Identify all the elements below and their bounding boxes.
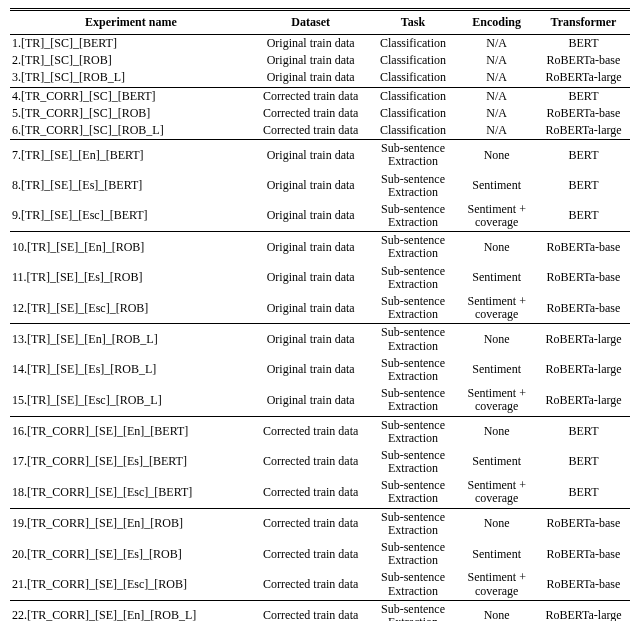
cell-dataset: Original train data: [252, 263, 370, 293]
cell-transformer: RoBERTa-base: [537, 263, 630, 293]
cell-experiment-name: 9.[TR]_[SE]_[Esc]_[BERT]: [10, 201, 252, 232]
cell-dataset: Corrected train data: [252, 416, 370, 447]
cell-experiment-name: 10.[TR]_[SE]_[En]_[ROB]: [10, 232, 252, 263]
cell-experiment-name: 13.[TR]_[SE]_[En]_[ROB_L]: [10, 324, 252, 355]
cell-transformer: RoBERTa-large: [537, 600, 630, 621]
table-row: 14.[TR]_[SE]_[Es]_[ROB_L]Original train …: [10, 355, 630, 385]
cell-task: Sub-sentenceExtraction: [370, 355, 457, 385]
cell-experiment-name: 12.[TR]_[SE]_[Esc]_[ROB]: [10, 293, 252, 324]
table-row: 13.[TR]_[SE]_[En]_[ROB_L]Original train …: [10, 324, 630, 355]
cell-transformer: BERT: [537, 171, 630, 201]
cell-task: Sub-sentenceExtraction: [370, 508, 457, 539]
table-row: 11.[TR]_[SE]_[Es]_[ROB]Original train da…: [10, 263, 630, 293]
cell-transformer: RoBERTa-base: [537, 539, 630, 569]
cell-task: Classification: [370, 69, 457, 87]
table-row: 8.[TR]_[SE]_[Es]_[BERT]Original train da…: [10, 171, 630, 201]
cell-task: Sub-sentenceExtraction: [370, 201, 457, 232]
cell-encoding: None: [456, 232, 537, 263]
cell-encoding: None: [456, 140, 537, 171]
cell-dataset: Original train data: [252, 52, 370, 69]
cell-dataset: Corrected train data: [252, 105, 370, 122]
cell-encoding: Sentiment: [456, 447, 537, 477]
cell-encoding: N/A: [456, 105, 537, 122]
cell-dataset: Corrected train data: [252, 477, 370, 508]
cell-transformer: RoBERTa-base: [537, 105, 630, 122]
table-row: 18.[TR_CORR]_[SE]_[Esc]_[BERT]Corrected …: [10, 477, 630, 508]
cell-task: Sub-sentenceExtraction: [370, 232, 457, 263]
experiments-table-wrap: Experiment name Dataset Task Encoding Tr…: [0, 0, 640, 621]
cell-transformer: BERT: [537, 447, 630, 477]
cell-dataset: Original train data: [252, 324, 370, 355]
cell-dataset: Corrected train data: [252, 508, 370, 539]
cell-task: Sub-sentenceExtraction: [370, 385, 457, 416]
cell-dataset: Original train data: [252, 232, 370, 263]
table-row: 9.[TR]_[SE]_[Esc]_[BERT]Original train d…: [10, 201, 630, 232]
cell-encoding: Sentiment: [456, 355, 537, 385]
cell-dataset: Corrected train data: [252, 600, 370, 621]
table-row: 10.[TR]_[SE]_[En]_[ROB]Original train da…: [10, 232, 630, 263]
cell-experiment-name: 4.[TR_CORR]_[SC]_[BERT]: [10, 87, 252, 105]
cell-encoding: N/A: [456, 69, 537, 87]
table-header-row: Experiment name Dataset Task Encoding Tr…: [10, 10, 630, 35]
cell-transformer: RoBERTa-large: [537, 69, 630, 87]
table-row: 19.[TR_CORR]_[SE]_[En]_[ROB]Corrected tr…: [10, 508, 630, 539]
cell-dataset: Original train data: [252, 293, 370, 324]
cell-task: Sub-sentenceExtraction: [370, 324, 457, 355]
cell-transformer: BERT: [537, 416, 630, 447]
cell-dataset: Corrected train data: [252, 539, 370, 569]
cell-experiment-name: 1.[TR]_[SC]_[BERT]: [10, 35, 252, 53]
cell-encoding: N/A: [456, 87, 537, 105]
cell-dataset: Original train data: [252, 355, 370, 385]
cell-experiment-name: 17.[TR_CORR]_[SE]_[Es]_[BERT]: [10, 447, 252, 477]
cell-task: Classification: [370, 105, 457, 122]
cell-experiment-name: 11.[TR]_[SE]_[Es]_[ROB]: [10, 263, 252, 293]
cell-dataset: Original train data: [252, 171, 370, 201]
cell-experiment-name: 7.[TR]_[SE]_[En]_[BERT]: [10, 140, 252, 171]
cell-task: Classification: [370, 87, 457, 105]
cell-transformer: BERT: [537, 140, 630, 171]
table-row: 22.[TR_CORR]_[SE]_[En]_[ROB_L]Corrected …: [10, 600, 630, 621]
cell-encoding: Sentiment: [456, 171, 537, 201]
cell-dataset: Corrected train data: [252, 447, 370, 477]
cell-transformer: RoBERTa-large: [537, 122, 630, 140]
cell-transformer: BERT: [537, 201, 630, 232]
cell-dataset: Original train data: [252, 385, 370, 416]
cell-encoding: None: [456, 416, 537, 447]
cell-encoding: Sentiment: [456, 539, 537, 569]
cell-experiment-name: 2.[TR]_[SC]_[ROB]: [10, 52, 252, 69]
cell-experiment-name: 5.[TR_CORR]_[SC]_[ROB]: [10, 105, 252, 122]
cell-task: Classification: [370, 35, 457, 53]
cell-transformer: RoBERTa-large: [537, 324, 630, 355]
col-experiment-name: Experiment name: [10, 10, 252, 35]
cell-task: Sub-sentenceExtraction: [370, 569, 457, 600]
cell-encoding: None: [456, 324, 537, 355]
cell-experiment-name: 3.[TR]_[SC]_[ROB_L]: [10, 69, 252, 87]
col-encoding: Encoding: [456, 10, 537, 35]
cell-transformer: RoBERTa-base: [537, 52, 630, 69]
table-row: 2.[TR]_[SC]_[ROB]Original train dataClas…: [10, 52, 630, 69]
cell-experiment-name: 15.[TR]_[SE]_[Esc]_[ROB_L]: [10, 385, 252, 416]
cell-transformer: RoBERTa-base: [537, 293, 630, 324]
table-row: 7.[TR]_[SE]_[En]_[BERT]Original train da…: [10, 140, 630, 171]
experiments-table: Experiment name Dataset Task Encoding Tr…: [10, 8, 630, 621]
cell-encoding: Sentiment +coverage: [456, 293, 537, 324]
cell-transformer: RoBERTa-large: [537, 355, 630, 385]
cell-task: Sub-sentenceExtraction: [370, 263, 457, 293]
cell-experiment-name: 19.[TR_CORR]_[SE]_[En]_[ROB]: [10, 508, 252, 539]
cell-transformer: RoBERTa-large: [537, 385, 630, 416]
cell-experiment-name: 6.[TR_CORR]_[SC]_[ROB_L]: [10, 122, 252, 140]
cell-encoding: None: [456, 508, 537, 539]
col-transformer: Transformer: [537, 10, 630, 35]
cell-transformer: BERT: [537, 477, 630, 508]
cell-dataset: Corrected train data: [252, 569, 370, 600]
cell-task: Sub-sentenceExtraction: [370, 293, 457, 324]
cell-dataset: Corrected train data: [252, 87, 370, 105]
cell-transformer: RoBERTa-base: [537, 232, 630, 263]
cell-experiment-name: 20.[TR_CORR]_[SE]_[Es]_[ROB]: [10, 539, 252, 569]
cell-dataset: Original train data: [252, 69, 370, 87]
cell-dataset: Original train data: [252, 35, 370, 53]
cell-transformer: RoBERTa-base: [537, 508, 630, 539]
col-dataset: Dataset: [252, 10, 370, 35]
cell-task: Classification: [370, 122, 457, 140]
cell-encoding: N/A: [456, 52, 537, 69]
